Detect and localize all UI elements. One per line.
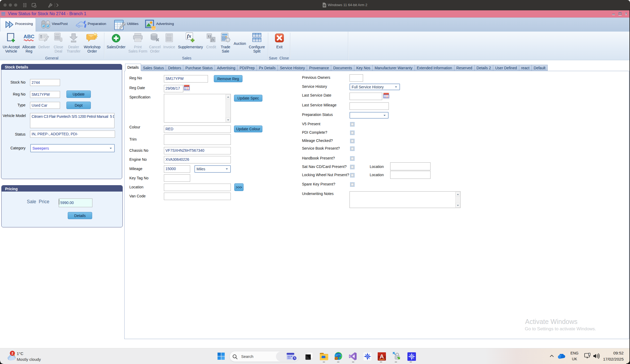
svg-text:A: A xyxy=(380,353,384,360)
svg-text:S: S xyxy=(324,5,325,6)
svg-text:fx: fx xyxy=(211,38,214,42)
svg-text:fx: fx xyxy=(187,33,191,39)
svg-text:ABC: ABC xyxy=(23,34,34,39)
